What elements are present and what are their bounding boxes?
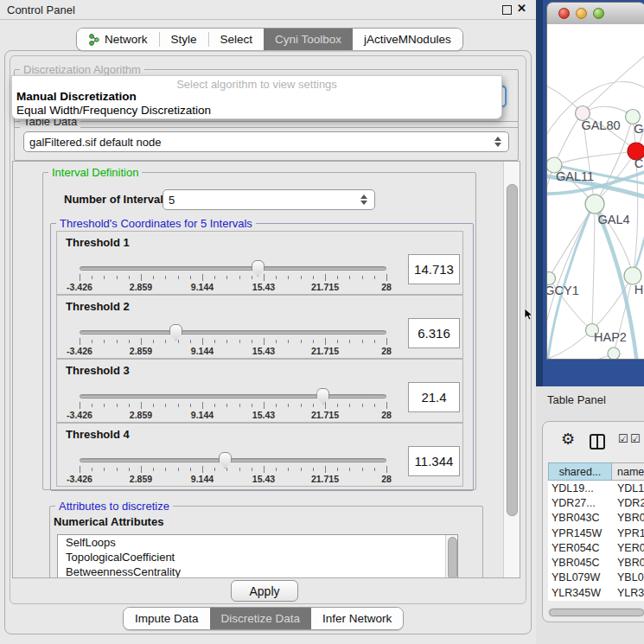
table-row[interactable]: YER054CYER0 xyxy=(548,540,644,555)
zoom-traffic-light-icon[interactable] xyxy=(593,8,604,19)
close-traffic-light-icon[interactable] xyxy=(558,8,570,19)
attributes-group-title: Attributes to discretize xyxy=(55,500,173,513)
mouse-cursor xyxy=(524,308,534,322)
tab-discretize-data[interactable]: Discretize Data xyxy=(210,608,312,629)
network-edge[interactable] xyxy=(554,151,636,165)
tab-impute-data[interactable]: Impute Data xyxy=(124,608,210,629)
table-cell-shared-name[interactable]: YLR345W xyxy=(548,587,612,599)
minimize-traffic-light-icon[interactable] xyxy=(576,8,587,19)
table-data-combobox[interactable]: galFiltered.sif default node xyxy=(23,131,509,152)
tab-cyni-toolbox[interactable]: Cyni Toolbox xyxy=(264,29,353,50)
close-icon[interactable]: ✕ xyxy=(517,2,526,15)
tick-label: 9.144 xyxy=(191,282,214,292)
tick-label: 28 xyxy=(381,282,392,292)
control-panel-tabbar: Network Style Select Cyni Toolbox jActiv… xyxy=(76,28,463,51)
apply-button[interactable]: Apply xyxy=(231,580,298,602)
table-cell-name[interactable]: YLR3 xyxy=(612,587,644,599)
table-horizontal-scrollbar[interactable] xyxy=(548,608,644,617)
table-row[interactable]: YPR145WYPR1 xyxy=(548,526,644,540)
attribute-list-item[interactable]: BetweennessCentrality xyxy=(58,564,457,578)
attributes-list-scrollbar[interactable] xyxy=(445,535,457,578)
attr-items: SelfLoopsTopologicalCoefficientBetweenne… xyxy=(58,535,457,578)
column-layout-icon[interactable] xyxy=(590,434,605,450)
panel-title: Control Panel xyxy=(7,3,75,16)
table-row[interactable]: YDR27...YDR2 xyxy=(548,495,644,510)
tab-style[interactable]: Style xyxy=(160,29,208,50)
control-panel: Control Panel ✕ Network Style Select Cyn… xyxy=(0,0,536,644)
tab-select[interactable]: Select xyxy=(209,29,265,50)
threshold-3-slider-track[interactable] xyxy=(80,394,386,399)
num-intervals-combobox[interactable]: 5 xyxy=(163,189,375,210)
algorithm-group-title: Discretization Algorithm xyxy=(20,63,144,76)
attribute-list-item[interactable]: SelfLoops xyxy=(58,535,457,550)
screenshot-root: Control Panel ✕ Network Style Select Cyn… xyxy=(0,0,644,644)
threshold-3-value-field[interactable]: 21.4 xyxy=(408,382,460,412)
table-row[interactable]: YBR045CYBR0 xyxy=(548,555,644,570)
table-hscrollbar-thumb[interactable] xyxy=(549,609,644,616)
numerical-attributes-list[interactable]: SelfLoopsTopologicalCoefficientBetweenne… xyxy=(57,534,458,578)
table-row[interactable]: YDL19...YDL1 xyxy=(548,481,644,495)
tab-jactivemnodules[interactable]: jActiveMNodules xyxy=(353,29,462,50)
network-edge[interactable] xyxy=(547,354,614,359)
table-cell-shared-name[interactable]: YBR043C xyxy=(548,512,612,524)
network-node-label: G xyxy=(634,122,643,136)
network-edge[interactable] xyxy=(547,330,592,359)
desktop-background-edge xyxy=(536,0,543,386)
table-cell-shared-name[interactable]: YER054C xyxy=(548,542,612,554)
column-header-name[interactable]: name xyxy=(612,462,644,481)
checkbox-icon[interactable]: ☑ xyxy=(618,432,628,445)
network-node-label: GAL80 xyxy=(581,118,620,132)
table-cell-shared-name[interactable]: YDL19... xyxy=(548,482,612,494)
tab-style-label: Style xyxy=(171,33,197,46)
table-row[interactable]: YLR345WYLR3 xyxy=(548,585,644,600)
table-cell-name[interactable]: YBR0 xyxy=(612,557,644,569)
table-cell-shared-name[interactable]: YPR145W xyxy=(548,527,612,539)
network-node-GAL4[interactable] xyxy=(585,194,604,214)
popup-option-manual-discretization[interactable]: Manual Discretization xyxy=(16,90,137,103)
threshold-1-value-field[interactable]: 14.713 xyxy=(408,254,460,284)
table-cell-name[interactable]: YBR0 xyxy=(612,512,644,524)
popup-option-equal-width-frequency[interactable]: Equal Width/Frequency Discretization xyxy=(16,104,211,117)
table-cell-name[interactable]: YPR1 xyxy=(612,527,644,539)
num-intervals-label: Number of Intervals xyxy=(64,193,169,206)
network-node-unlabeled[interactable] xyxy=(608,348,620,359)
cyni-bottom-tabbar: Impute Data Discretize Data Infer Networ… xyxy=(123,607,404,630)
network-window-titlebar[interactable] xyxy=(547,3,644,25)
float-window-icon[interactable] xyxy=(502,5,512,15)
attributes-scrollbar-thumb[interactable] xyxy=(448,537,457,578)
table-row[interactable]: YIL052CYIL0 xyxy=(548,600,644,601)
table-cell-name[interactable]: YBL0 xyxy=(612,571,644,583)
threshold-1-slider-track[interactable] xyxy=(80,266,386,271)
threshold-2-value-field[interactable]: 6.316 xyxy=(408,318,460,348)
network-node-H[interactable] xyxy=(624,267,641,284)
threshold-4-value-field[interactable]: 11.344 xyxy=(408,446,460,476)
attribute-list-item[interactable]: TopologicalCoefficient xyxy=(58,550,457,564)
tab-network[interactable]: Network xyxy=(77,29,159,50)
table-cell-name[interactable]: YDL1 xyxy=(612,482,644,494)
network-edge[interactable] xyxy=(554,113,583,165)
table-row[interactable]: YBR043CYBR0 xyxy=(548,511,644,526)
tick-label: 2.859 xyxy=(130,410,152,420)
network-node-label: C xyxy=(634,156,643,170)
gear-icon[interactable]: ⚙ xyxy=(561,432,575,446)
table-cell-shared-name[interactable]: YBL079W xyxy=(548,571,612,583)
table-cell-name[interactable]: YER0 xyxy=(612,542,644,554)
checkbox-icon[interactable]: ☑ xyxy=(630,432,641,445)
table-cell-name[interactable]: YDR2 xyxy=(612,497,644,509)
table-row[interactable]: YBL079WYBL0 xyxy=(548,571,644,585)
network-canvas[interactable]: GAL80GCGAL11GAL4GCY1HHAP2 xyxy=(547,24,644,359)
threshold-3-label: Threshold 3 xyxy=(66,364,130,377)
column-header-shared-name[interactable]: shared... xyxy=(548,462,612,481)
threshold-2-slider-track[interactable] xyxy=(80,330,386,335)
algorithm-dropdown-popup: Select algorithm to view settings Manual… xyxy=(11,75,502,119)
threshold-4-slider-track[interactable] xyxy=(80,458,386,462)
tick-label: 21.715 xyxy=(311,474,339,484)
tick-label: 15.43 xyxy=(252,346,275,356)
settings-scrollbar-thumb[interactable] xyxy=(507,184,518,516)
threshold-2-tick-labels: -3.4262.8599.14415.4321.71528 xyxy=(80,346,386,356)
network-edge[interactable] xyxy=(592,204,595,330)
table-cell-shared-name[interactable]: YBR045C xyxy=(548,557,612,569)
tab-infer-network[interactable]: Infer Network xyxy=(311,608,403,629)
table-cell-shared-name[interactable]: YDR27... xyxy=(548,497,612,509)
settings-scrollbar[interactable] xyxy=(503,162,520,577)
